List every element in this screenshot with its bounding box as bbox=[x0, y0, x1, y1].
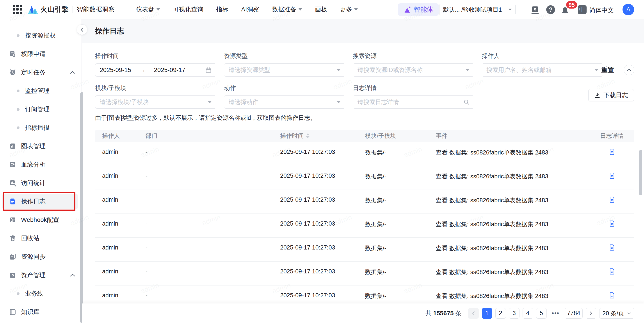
log-detail-icon[interactable] bbox=[590, 149, 634, 166]
bullet-icon bbox=[17, 292, 20, 295]
cell-operator: admin bbox=[102, 244, 146, 261]
sidebar-item-webhook-config[interactable]: Webhook配置 bbox=[0, 211, 82, 229]
sidebar-item-subscription-mgmt[interactable]: 订阅管理 bbox=[0, 100, 82, 119]
log-detail-icon[interactable] bbox=[590, 268, 634, 285]
table-row: admin - 2025-09-17 10:27:03 数据集/- 查看 数据集… bbox=[95, 166, 634, 190]
log-detail-icon[interactable] bbox=[590, 172, 634, 190]
table-footer: 共155675条 1 2 3 4 5 ••• 7784 20 条/页 bbox=[82, 303, 644, 323]
page-scrollbar[interactable] bbox=[639, 150, 642, 195]
reset-button[interactable]: 重置 bbox=[601, 66, 614, 74]
page-button-4[interactable]: 4 bbox=[522, 308, 533, 318]
app-grid-icon[interactable] bbox=[12, 4, 22, 15]
sidebar-item-resource-auth[interactable]: 按资源授权 bbox=[0, 26, 82, 45]
sidebar-item-scheduled-tasks[interactable]: 定时任务 bbox=[0, 63, 82, 82]
top-nav: 火山引擎 智能数据洞察 仪表盘 可视化查询 指标 AI洞察 数据准备 画板 更多… bbox=[0, 0, 644, 19]
sidebar-item-resource-sync[interactable]: 资源同步 bbox=[0, 247, 82, 266]
cell-time: 2025-09-17 10:27:03 bbox=[280, 244, 365, 261]
page-button-1[interactable]: 1 bbox=[482, 308, 492, 318]
log-detail-icon[interactable] bbox=[590, 220, 634, 237]
date-end[interactable]: 2025-09-17 bbox=[154, 67, 185, 74]
language-label[interactable]: 简体中文 bbox=[589, 6, 614, 15]
notification-badge: 95 bbox=[566, 1, 578, 9]
sidebar-item-monitor-mgmt[interactable]: 监控管理 bbox=[0, 82, 82, 100]
chevron-down-icon bbox=[156, 8, 160, 11]
asset-box-icon bbox=[9, 272, 16, 279]
sort-icon[interactable] bbox=[306, 133, 310, 138]
sidebar-item-access-stats[interactable]: 访问统计 bbox=[0, 174, 82, 192]
page-button-last[interactable]: 7784 bbox=[565, 308, 582, 318]
nav-ai-insight[interactable]: AI洞察 bbox=[241, 5, 259, 14]
log-detail-input[interactable]: 请搜索日志详情 bbox=[353, 96, 474, 109]
user-avatar[interactable]: A bbox=[622, 4, 634, 15]
stats-search-icon bbox=[9, 179, 16, 186]
filter-module: 模块/子模块 请选择模块/子模块 bbox=[95, 84, 216, 109]
filter-log-detail: 日志详情 请搜索日志详情 bbox=[353, 84, 474, 109]
log-detail-icon[interactable] bbox=[590, 292, 634, 299]
cell-time: 2025-09-17 10:27:03 bbox=[280, 172, 365, 190]
cell-module: 数据集/- bbox=[365, 196, 436, 213]
chevron-up-icon[interactable] bbox=[70, 273, 76, 277]
page-button-5[interactable]: 5 bbox=[536, 308, 547, 318]
sidebar-item-metric-broadcast[interactable]: 指标播报 bbox=[0, 119, 82, 137]
nav-visual-query[interactable]: 可视化查询 bbox=[173, 5, 204, 14]
permission-icon bbox=[9, 51, 16, 58]
nav-more[interactable]: 更多 bbox=[340, 5, 358, 14]
help-icon[interactable]: ? bbox=[546, 5, 555, 14]
chevron-left-icon bbox=[472, 311, 475, 315]
cell-department: - bbox=[146, 172, 280, 190]
operator-select[interactable]: 搜索用户名、姓名或邮箱 bbox=[482, 63, 603, 77]
chevron-down-icon bbox=[594, 69, 598, 71]
filter-action: 动作 请选择动作 bbox=[224, 84, 345, 109]
project-selector[interactable]: 默认... /验收测试项目1 bbox=[439, 4, 516, 15]
resource-type-select[interactable]: 请选择资源类型 bbox=[224, 63, 345, 77]
sidebar-item-lineage-analysis[interactable]: 血缘分析 bbox=[0, 155, 82, 174]
cell-time: 2025-09-17 10:27:03 bbox=[280, 220, 365, 237]
log-detail-icon[interactable] bbox=[590, 196, 634, 213]
search-icon bbox=[464, 99, 470, 105]
sidebar-collapse-button[interactable] bbox=[77, 24, 87, 35]
date-start[interactable]: 2025-09-15 bbox=[100, 67, 131, 74]
sidebar-item-knowledge-base[interactable]: 知识库 bbox=[0, 303, 82, 321]
page-button-3[interactable]: 3 bbox=[509, 308, 520, 318]
volcengine-logo-icon bbox=[28, 4, 39, 15]
sidebar-item-business-line[interactable]: 业务线 bbox=[0, 284, 82, 303]
next-page-button[interactable] bbox=[586, 308, 596, 318]
col-operator: 操作人 bbox=[102, 132, 146, 140]
module-select[interactable]: 请选择模块/子模块 bbox=[95, 96, 216, 109]
col-time[interactable]: 操作时间 bbox=[280, 132, 365, 140]
nav-dashboard[interactable]: 仪表盘 bbox=[136, 5, 160, 14]
download-logs-button[interactable]: 下载日志 bbox=[588, 89, 634, 101]
sidebar-item-operation-logs[interactable]: 操作日志 bbox=[0, 192, 82, 211]
page-ellipsis[interactable]: ••• bbox=[550, 308, 562, 318]
page-size-select[interactable]: 20 条/页 bbox=[599, 308, 634, 318]
action-select[interactable]: 请选择动作 bbox=[224, 96, 345, 109]
chevron-up-icon[interactable] bbox=[70, 71, 76, 74]
console-icon[interactable] bbox=[530, 5, 540, 15]
resource-search-select[interactable]: 请搜索资源ID或资源名称 bbox=[353, 63, 474, 77]
sidebar-item-recycle-bin[interactable]: 回收站 bbox=[0, 229, 82, 247]
collapse-filters-button[interactable] bbox=[624, 65, 634, 75]
cell-event: 查看 数据集: ss0826fabric单表数据集 2483 bbox=[436, 292, 590, 299]
sidebar-item-asset-mgmt[interactable]: 资产管理 bbox=[0, 266, 82, 284]
cell-time: 2025-09-17 10:27:03 bbox=[280, 196, 365, 213]
language-icon[interactable]: 中 bbox=[578, 5, 586, 14]
cell-time: 2025-09-17 10:27:03 bbox=[280, 292, 365, 299]
sidebar-scrollbar[interactable] bbox=[80, 92, 83, 323]
page-button-2[interactable]: 2 bbox=[496, 308, 506, 318]
prev-page-button[interactable] bbox=[468, 308, 479, 318]
nav-data-prep[interactable]: 数据准备 bbox=[272, 5, 302, 14]
chevron-down-icon bbox=[466, 69, 470, 71]
chevron-down-icon bbox=[208, 101, 212, 103]
log-detail-icon[interactable] bbox=[590, 244, 634, 261]
bullet-icon bbox=[17, 34, 20, 37]
nav-canvas[interactable]: 画板 bbox=[315, 5, 327, 14]
divider bbox=[619, 67, 619, 73]
brand-divider bbox=[72, 6, 73, 13]
agent-button[interactable]: 智能体 bbox=[398, 3, 439, 16]
sidebar-item-chart-mgmt[interactable]: 图表管理 bbox=[0, 137, 82, 155]
date-range-input[interactable]: 2025-09-15 → 2025-09-17 bbox=[95, 63, 216, 77]
filter-time: 操作时间 2025-09-15 → 2025-09-17 bbox=[95, 52, 216, 77]
cell-event: 查看 数据集: ss0826fabric单表数据集 2483 bbox=[436, 196, 590, 213]
sidebar-item-permission-request[interactable]: 权限申请 bbox=[0, 45, 82, 63]
nav-metrics[interactable]: 指标 bbox=[216, 5, 228, 14]
